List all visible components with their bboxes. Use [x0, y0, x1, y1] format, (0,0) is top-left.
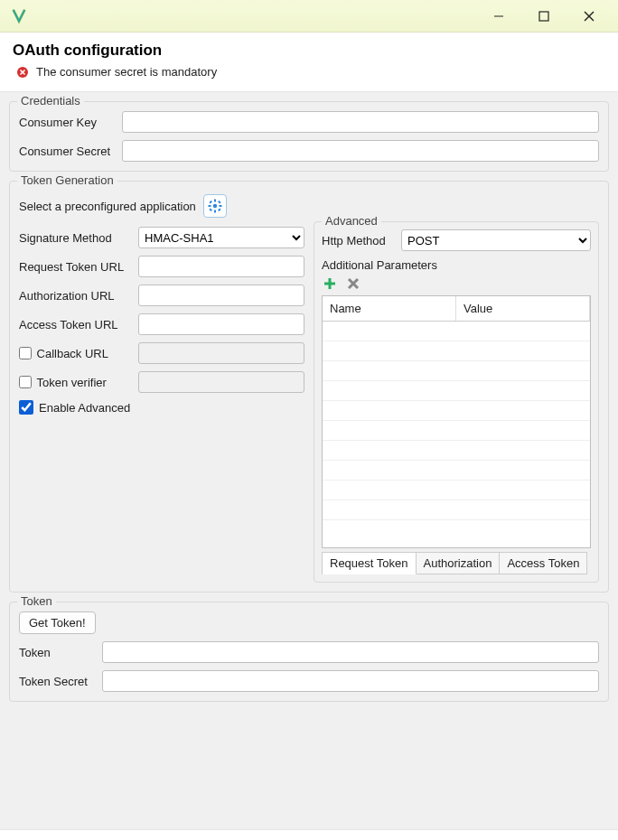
token-generation-legend: Token Generation	[17, 173, 117, 187]
svg-rect-15	[218, 209, 221, 212]
error-message: The consumer secret is mandatory	[36, 65, 217, 79]
http-method-select[interactable]: POST	[401, 229, 591, 251]
advanced-legend: Advanced	[322, 214, 381, 228]
titlebar	[0, 0, 618, 33]
authorization-url-label: Authorization URL	[19, 289, 133, 303]
table-row[interactable]	[323, 421, 590, 441]
table-row[interactable]	[323, 520, 590, 547]
token-verifier-label: Token verifier	[37, 376, 133, 389]
preconfigured-gear-button[interactable]	[203, 194, 227, 218]
token-verifier-input	[138, 371, 304, 393]
dialog-header: OAuth configuration The consumer secret …	[0, 33, 618, 91]
consumer-secret-label: Consumer Secret	[19, 145, 117, 158]
additional-params-label: Additional Parameters	[322, 258, 591, 272]
tab-authorization[interactable]: Authorization	[417, 552, 501, 574]
remove-param-button[interactable]	[345, 275, 361, 292]
token-label: Token	[19, 646, 97, 659]
get-token-button[interactable]: Get Token!	[19, 611, 96, 634]
app-logo-icon	[11, 8, 27, 24]
preconfigured-label: Select a preconfigured application	[19, 200, 196, 213]
token-verifier-checkbox[interactable]	[19, 375, 32, 389]
table-row[interactable]	[323, 441, 590, 461]
table-row[interactable]	[323, 401, 590, 421]
svg-rect-17	[324, 283, 335, 285]
advanced-group: Advanced Http Method POST Additional Par…	[314, 221, 599, 583]
table-row[interactable]	[323, 481, 590, 500]
enable-advanced-checkbox[interactable]	[19, 400, 33, 415]
credentials-group: Credentials Consumer Key Consumer Secret	[9, 101, 609, 172]
request-token-url-input[interactable]	[138, 256, 304, 277]
params-table[interactable]: Name Value	[322, 295, 591, 548]
signature-method-select[interactable]: HMAC-SHA1	[138, 227, 304, 248]
consumer-key-label: Consumer Key	[19, 116, 117, 129]
table-row[interactable]	[323, 461, 590, 481]
callback-url-checkbox[interactable]	[19, 346, 32, 360]
plus-icon	[323, 277, 336, 290]
callback-url-input	[138, 342, 304, 364]
authorization-url-input[interactable]	[138, 285, 304, 306]
token-legend: Token	[17, 594, 56, 608]
svg-rect-11	[219, 205, 221, 207]
token-group: Token Get Token! Token Token Secret	[9, 602, 609, 702]
table-row[interactable]	[323, 381, 590, 401]
table-row[interactable]	[323, 322, 590, 341]
dialog-footer: ? Finish Cancel	[0, 830, 618, 840]
table-row[interactable]	[323, 341, 590, 361]
tab-request-token[interactable]: Request Token	[323, 552, 417, 574]
page-title: OAuth configuration	[13, 42, 605, 60]
access-token-url-input[interactable]	[138, 313, 304, 335]
svg-rect-10	[208, 205, 211, 207]
token-secret-label: Token Secret	[19, 675, 97, 688]
svg-point-7	[213, 204, 217, 208]
callback-url-label: Callback URL	[37, 347, 133, 360]
table-row[interactable]	[323, 500, 590, 520]
svg-rect-14	[209, 209, 212, 212]
enable-advanced-label: Enable Advanced	[39, 401, 153, 415]
params-col-name: Name	[323, 296, 456, 321]
params-col-value: Value	[456, 296, 590, 321]
gear-icon	[208, 199, 222, 213]
minimize-button[interactable]	[481, 4, 517, 29]
signature-method-label: Signature Method	[19, 231, 133, 245]
credentials-legend: Credentials	[17, 94, 84, 107]
close-button[interactable]	[571, 4, 607, 29]
error-icon	[16, 66, 29, 79]
token-secret-input[interactable]	[102, 670, 599, 692]
consumer-secret-input[interactable]	[122, 140, 599, 162]
add-param-button[interactable]	[322, 275, 338, 292]
svg-rect-8	[214, 200, 216, 202]
tab-access-token[interactable]: Access Token	[500, 552, 587, 574]
token-generation-group: Token Generation Select a preconfigured …	[9, 181, 609, 593]
svg-rect-12	[209, 201, 212, 204]
svg-rect-9	[214, 210, 216, 213]
request-token-url-label: Request Token URL	[19, 260, 133, 274]
table-row[interactable]	[323, 361, 590, 381]
consumer-key-input[interactable]	[122, 111, 599, 133]
remove-icon	[347, 277, 360, 290]
svg-rect-1	[539, 12, 548, 21]
token-input[interactable]	[102, 641, 599, 663]
svg-rect-13	[218, 201, 221, 204]
http-method-label: Http Method	[322, 234, 396, 247]
maximize-button[interactable]	[526, 4, 562, 29]
access-token-url-label: Access Token URL	[19, 318, 133, 331]
